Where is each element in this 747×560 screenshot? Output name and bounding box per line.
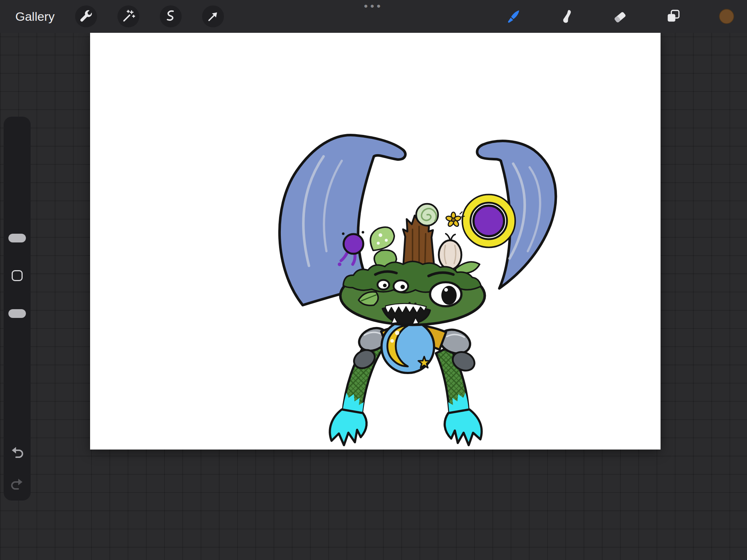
actions-button[interactable]: [75, 5, 97, 27]
layers-icon: [665, 8, 681, 24]
magic-wand-icon: [120, 8, 136, 24]
magic-ring: [462, 195, 515, 247]
modify-button[interactable]: [12, 270, 23, 281]
right-flipper: [445, 409, 481, 445]
artwork: [90, 32, 661, 450]
color-swatch-button[interactable]: [716, 5, 738, 27]
left-flipper: [330, 409, 367, 445]
paint-tool-button[interactable]: [503, 5, 525, 27]
undo-button[interactable]: [9, 444, 25, 460]
brush-size-slider[interactable]: [8, 234, 26, 242]
opacity-slider[interactable]: [8, 309, 26, 318]
snail-shell: [416, 204, 438, 226]
drawing-canvas[interactable]: [90, 32, 661, 450]
nostril: [414, 303, 417, 305]
smudge-tool-button[interactable]: [556, 5, 578, 27]
procreate-workspace: Gallery: [0, 0, 747, 560]
redo-button[interactable]: [9, 476, 25, 492]
nostril: [409, 302, 411, 304]
gallery-button[interactable]: Gallery: [15, 0, 55, 33]
selection-button[interactable]: [160, 5, 182, 27]
spotted-leaf: [371, 227, 394, 250]
toolbar-drag-handle[interactable]: •••: [364, 1, 383, 12]
smudge-icon: [559, 8, 575, 24]
paintbrush-icon: [506, 8, 522, 24]
transform-button[interactable]: [202, 5, 224, 27]
sidebar: [4, 117, 31, 501]
erase-tool-button[interactable]: [609, 5, 631, 27]
flower: [445, 212, 464, 228]
transform-arrow-icon: [205, 8, 221, 24]
onion-bulb: [439, 234, 461, 269]
adjustments-button[interactable]: [117, 5, 139, 27]
toolbar-left-group: Gallery: [0, 0, 224, 33]
selection-s-icon: [163, 8, 179, 24]
color-circle-icon: [719, 8, 735, 24]
wrench-icon: [78, 8, 94, 24]
toolbar-right-group: [503, 0, 738, 33]
creature-body: [330, 320, 481, 445]
top-toolbar: Gallery: [0, 0, 747, 33]
eraser-icon: [612, 8, 628, 24]
layers-button[interactable]: [662, 5, 684, 27]
